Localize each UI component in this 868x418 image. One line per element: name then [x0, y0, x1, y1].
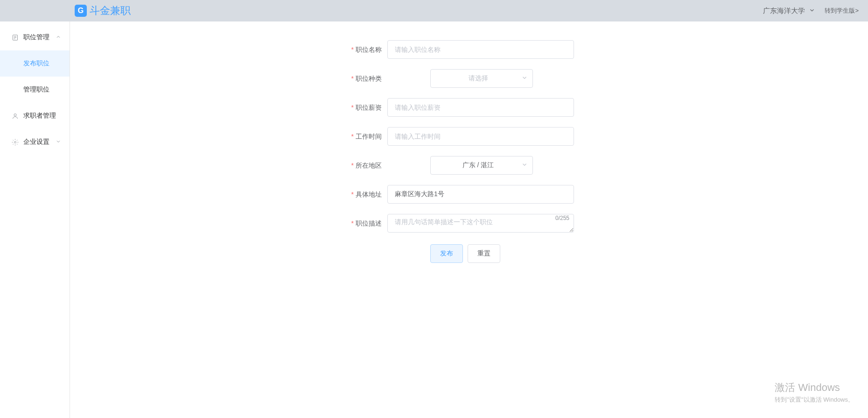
label-type: *职位种类 [331, 69, 387, 88]
school-dropdown[interactable]: 广东海洋大学 [763, 7, 815, 15]
description-textarea[interactable] [387, 214, 574, 233]
header: G 斗金兼职 广东海洋大学 转到学生版> [0, 0, 868, 21]
label-region: *所在地区 [331, 156, 387, 175]
reset-button[interactable]: 重置 [468, 244, 500, 263]
logo-icon: G [75, 5, 87, 17]
publish-button[interactable]: 发布 [430, 244, 463, 263]
position-name-input[interactable] [387, 40, 574, 59]
svg-point-5 [14, 141, 16, 143]
char-count: 0/255 [555, 215, 569, 221]
label-salary: *职位薪资 [331, 98, 387, 117]
sidebar-item-manage-position[interactable]: 管理职位 [0, 77, 70, 103]
form-row-name: *职位名称 [331, 40, 611, 59]
label-address: *具体地址 [331, 185, 387, 204]
logo-text: 斗金兼职 [90, 4, 131, 18]
sidebar-item-applicants[interactable]: 求职者管理 [0, 103, 70, 129]
sidebar-item-label: 职位管理 [23, 33, 49, 42]
main-content: *职位名称 *职位种类 请选择 *职位薪资 *工作时间 [70, 21, 868, 418]
form-row-region: *所在地区 广东 / 湛江 [331, 156, 611, 175]
position-form: *职位名称 *职位种类 请选择 *职位薪资 *工作时间 [331, 40, 611, 263]
select-value: 广东 / 湛江 [462, 161, 494, 170]
logo[interactable]: G 斗金兼职 [75, 4, 131, 18]
select-placeholder: 请选择 [469, 74, 488, 83]
sidebar-item-publish-position[interactable]: 发布职位 [0, 50, 70, 77]
chevron-down-icon [521, 75, 528, 83]
school-name: 广东海洋大学 [763, 7, 805, 15]
user-icon [11, 112, 19, 120]
label-name: *职位名称 [331, 40, 387, 59]
sidebar-item-company-settings[interactable]: 企业设置 [0, 129, 70, 155]
header-right: 广东海洋大学 转到学生版> [763, 7, 859, 15]
chevron-down-icon [56, 139, 61, 146]
label-worktime: *工作时间 [331, 127, 387, 146]
switch-student-link[interactable]: 转到学生版> [825, 7, 859, 15]
label-desc: *职位描述 [331, 214, 387, 233]
region-select[interactable]: 广东 / 湛江 [430, 156, 533, 175]
sidebar-item-label: 发布职位 [23, 59, 49, 68]
sidebar-item-label: 求职者管理 [23, 112, 56, 120]
worktime-input[interactable] [387, 127, 574, 146]
sidebar-item-position-mgmt[interactable]: 职位管理 [0, 24, 70, 50]
form-row-desc: *职位描述 0/255 [331, 214, 611, 234]
form-row-address: *具体地址 [331, 185, 611, 204]
document-icon [11, 34, 19, 41]
salary-input[interactable] [387, 98, 574, 117]
chevron-down-icon [521, 162, 528, 170]
sidebar: 职位管理 发布职位 管理职位 求职者管理 企业设置 [0, 21, 70, 418]
svg-point-4 [14, 113, 16, 116]
chevron-up-icon [56, 34, 61, 41]
form-row-type: *职位种类 请选择 [331, 69, 611, 88]
chevron-down-icon [809, 7, 815, 15]
button-row: 发布 重置 [430, 244, 611, 263]
address-input[interactable] [387, 185, 574, 204]
position-type-select[interactable]: 请选择 [430, 69, 533, 88]
form-row-salary: *职位薪资 [331, 98, 611, 117]
sidebar-item-label: 企业设置 [23, 138, 49, 146]
form-row-worktime: *工作时间 [331, 127, 611, 146]
sidebar-item-label: 管理职位 [23, 85, 49, 94]
gear-icon [11, 138, 19, 146]
